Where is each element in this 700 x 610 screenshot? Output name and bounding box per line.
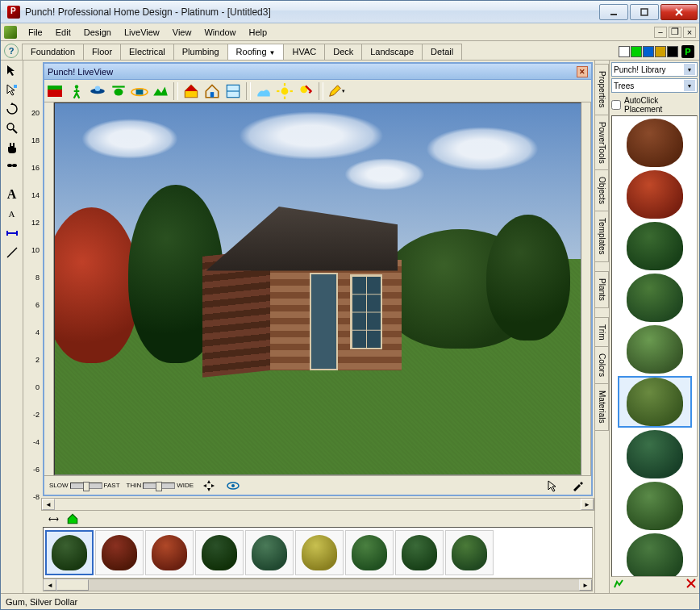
thumb-4[interactable]	[195, 530, 244, 575]
tab-foundation[interactable]: Foundation	[22, 44, 84, 60]
thumb-7[interactable]	[345, 530, 394, 575]
vtab-objects[interactable]: Objects	[595, 169, 609, 211]
color-swatch[interactable]	[643, 46, 654, 57]
select-tool[interactable]	[3, 81, 21, 98]
mdi-restore-button[interactable]: ❐	[669, 27, 681, 38]
vtab-materials[interactable]: Materials	[595, 383, 609, 431]
help-icon[interactable]: ?	[4, 44, 19, 58]
tab-detail[interactable]: Detail	[422, 44, 462, 60]
tree-broadleaf[interactable]	[618, 273, 692, 323]
vertical-ruler: 20181614121086420-2-4-6-8	[23, 61, 41, 593]
thumb-dimension-icon[interactable]: ⟷	[44, 511, 62, 527]
svg-rect-4	[14, 85, 17, 88]
dimension-tool[interactable]	[3, 225, 21, 241]
close-button[interactable]	[660, 4, 698, 20]
pan-tool[interactable]	[3, 140, 21, 156]
tab-floor[interactable]: Floor	[83, 44, 121, 60]
tree-fan-palm[interactable]	[618, 429, 692, 479]
vtab-trim[interactable]: Trim	[595, 317, 609, 348]
walk-mode-icon[interactable]	[67, 81, 86, 101]
maximize-button[interactable]	[630, 4, 659, 20]
walkthrough-tool[interactable]	[3, 159, 21, 175]
thumb-9[interactable]	[445, 530, 494, 575]
menu-edit[interactable]: Edit	[49, 26, 77, 39]
library-source-dropdown[interactable]: Punch! Library▼	[611, 62, 698, 77]
autoclick-checkbox[interactable]	[611, 100, 621, 110]
thumb-8[interactable]	[395, 530, 444, 575]
sun-toggle-icon[interactable]	[275, 81, 294, 101]
tree-palm-cluster[interactable]	[618, 221, 692, 271]
house-exterior-icon[interactable]	[181, 81, 201, 101]
thumb-house-icon[interactable]	[64, 511, 81, 527]
vtab-powertools[interactable]: PowerTools	[595, 115, 609, 171]
nav-arrows-icon[interactable]	[200, 478, 218, 494]
tab-deck[interactable]: Deck	[324, 44, 362, 60]
menu-liveview[interactable]: LiveView	[118, 26, 166, 39]
pointer-tool[interactable]	[3, 62, 21, 78]
terrain-mode-icon[interactable]	[151, 81, 170, 101]
menu-file[interactable]: File	[22, 26, 49, 39]
punch-logo-icon[interactable]: P	[681, 45, 694, 58]
color-swatch[interactable]	[619, 46, 630, 57]
text-small-tool[interactable]: A	[3, 206, 21, 222]
orbit-mode-icon[interactable]	[130, 81, 149, 101]
line-tool[interactable]	[3, 244, 21, 261]
thumb-1[interactable]	[45, 530, 94, 575]
liveview-title-text: Punch! LiveView	[48, 67, 113, 77]
tab-landscape[interactable]: Landscape	[361, 44, 423, 60]
thumbnail-hscrollbar[interactable]: ◄►	[43, 579, 593, 591]
color-swatch[interactable]	[655, 46, 666, 57]
helicopter-mode-icon[interactable]	[109, 81, 128, 101]
tree-elm[interactable]	[618, 533, 692, 577]
eye-view-icon[interactable]	[224, 478, 242, 494]
svg-rect-1	[641, 9, 648, 15]
eyedropper-icon[interactable]	[569, 478, 586, 494]
tab-electrical[interactable]: Electrical	[120, 44, 174, 60]
shadow-toggle-icon[interactable]	[296, 81, 315, 101]
menu-view[interactable]: View	[166, 26, 198, 39]
menu-help[interactable]: Help	[243, 26, 274, 39]
tree-sapling[interactable]	[618, 324, 692, 374]
fly-mode-icon[interactable]	[88, 81, 107, 101]
mdi-minimize-button[interactable]: −	[654, 27, 667, 38]
thumb-5[interactable]	[245, 530, 294, 575]
sky-toggle-icon[interactable]	[254, 81, 273, 101]
vtab-properties[interactable]: Properties	[595, 64, 609, 115]
fov-slider[interactable]: THIN WIDE	[127, 482, 194, 489]
3d-viewport[interactable]	[54, 102, 581, 475]
workspace-hscrollbar[interactable]: ◄►	[41, 498, 594, 511]
liveview-close-button[interactable]: ✕	[577, 66, 588, 77]
mdi-close-button[interactable]: ×	[683, 27, 696, 38]
tree-autumn-oak[interactable]	[618, 118, 692, 168]
tree-red-maple[interactable]	[618, 169, 692, 219]
thumb-6[interactable]	[295, 530, 344, 575]
tree-gum-silver[interactable]	[618, 376, 692, 428]
cursor-icon[interactable]	[544, 478, 562, 494]
lib-delete-icon[interactable]	[686, 579, 696, 590]
thumb-2[interactable]	[95, 530, 144, 575]
zoom-tool[interactable]	[3, 120, 21, 136]
minimize-button[interactable]	[599, 4, 628, 20]
pencil-icon[interactable]: ▾	[327, 81, 346, 101]
rotate-tool[interactable]	[3, 101, 21, 117]
vtab-colors[interactable]: Colors	[595, 346, 609, 384]
text-large-tool[interactable]: A	[3, 186, 21, 203]
floor-plan-icon[interactable]	[223, 81, 243, 101]
library-list[interactable]	[611, 115, 698, 577]
color-swatch[interactable]	[667, 46, 678, 57]
house-interior-icon[interactable]	[202, 81, 222, 101]
tree-willow[interactable]	[618, 481, 692, 531]
vtab-plants[interactable]: Plants	[595, 271, 609, 308]
tab-plumbing[interactable]: Plumbing	[173, 44, 228, 60]
tab-hvac[interactable]: HVAC	[283, 44, 325, 60]
menu-window[interactable]: Window	[198, 26, 242, 39]
lib-prev-icon[interactable]	[613, 578, 624, 591]
flag-toggle-icon[interactable]	[48, 86, 62, 97]
library-category-dropdown[interactable]: Trees▼	[611, 78, 698, 93]
menu-design[interactable]: Design	[77, 26, 118, 39]
tab-roofing[interactable]: Roofing▼	[227, 44, 285, 60]
vtab-templates[interactable]: Templates	[595, 211, 609, 262]
color-swatch[interactable]	[631, 46, 642, 57]
thumb-3[interactable]	[145, 530, 194, 575]
speed-slider[interactable]: SLOW FAST	[49, 482, 120, 489]
